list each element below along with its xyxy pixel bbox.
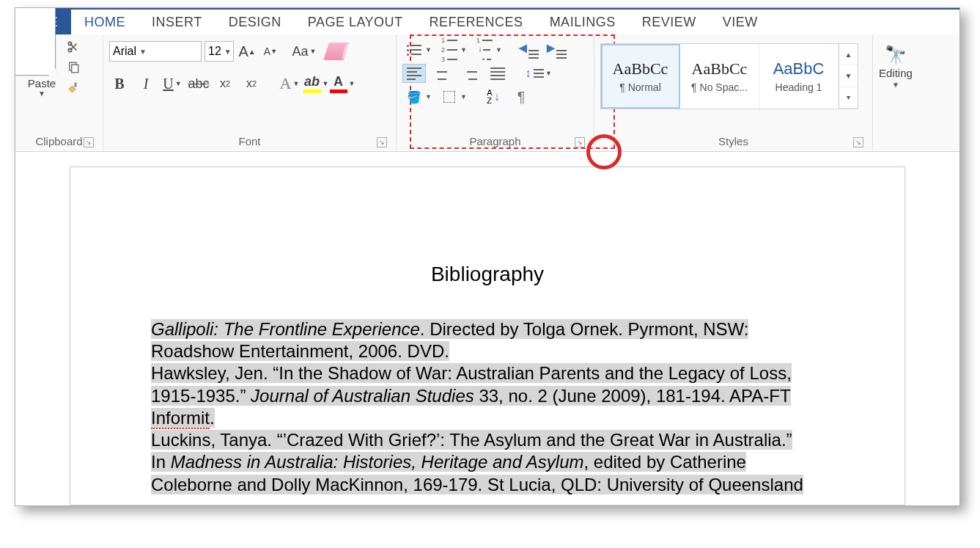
group-label-paragraph: Paragraph ↘ <box>402 132 588 150</box>
tab-insert[interactable]: INSERT <box>139 10 215 34</box>
text-effects-button[interactable]: A▼ <box>279 73 300 94</box>
tab-home[interactable]: HOME <box>71 10 139 34</box>
justify-button[interactable] <box>486 64 509 83</box>
bold-button[interactable]: B <box>109 73 130 94</box>
strikethrough-button[interactable]: abc <box>188 73 209 94</box>
style-item[interactable]: AaBbCc¶ Normal <box>601 44 680 109</box>
styles-launcher[interactable]: ↘ <box>853 137 863 147</box>
chevron-down-icon: ▼ <box>892 81 899 89</box>
align-left-button[interactable] <box>402 64 426 83</box>
sort-button[interactable]: AZ↓ <box>482 87 505 106</box>
group-clipboard: Paste ▼ Clipboard ↘ <box>15 34 103 151</box>
styles-scroll-button[interactable]: ▼ <box>839 65 858 87</box>
word-window: FILE HOME INSERT DESIGN PAGE LAYOUT REFE… <box>15 7 960 506</box>
style-item[interactable]: AaBbCc¶ No Spac... <box>680 44 759 109</box>
style-preview: AaBbCc <box>692 59 748 78</box>
style-item[interactable]: AaBbCHeading 1 <box>759 44 839 109</box>
underline-button[interactable]: U▼ <box>162 73 183 94</box>
outdent-icon: ◀ <box>519 41 539 59</box>
tab-review[interactable]: REVIEW <box>629 10 710 34</box>
style-name: Heading 1 <box>775 81 822 93</box>
grow-font-button[interactable]: A▲ <box>237 41 257 62</box>
multilevel-icon: 1 i • <box>476 37 493 63</box>
shading-button[interactable]: 🪣▼ <box>402 87 426 106</box>
text-run: Gallipoli: The Frontline Experience <box>151 319 420 339</box>
group-paragraph: ▼ 1 2 3 ▼ 1 i <box>397 34 594 151</box>
style-preview: AaBbC <box>773 59 825 78</box>
text-run: . <box>210 408 215 428</box>
bibliography-entry: Gallipoli: The Frontline Experience. Dir… <box>151 318 824 362</box>
styles-scroll-button[interactable]: ▲ <box>839 44 858 65</box>
align-right-button[interactable] <box>458 64 482 83</box>
highlight-color-button[interactable]: ab▼ <box>306 73 326 94</box>
italic-button[interactable]: I <box>136 73 156 94</box>
font-color-button[interactable]: A▼ <box>332 73 353 94</box>
text-run: Hawksley, Jen. “In the Shadow of War: Au… <box>151 363 792 383</box>
clipboard-launcher[interactable]: ↘ <box>84 137 94 147</box>
format-painter-button[interactable] <box>65 80 81 96</box>
bibliography-entry: Hawksley, Jen. “In the Shadow of War: Au… <box>151 362 824 429</box>
text-run: Coleborne and Dolly MacKinnon, 169-179. … <box>151 475 803 494</box>
font-size-dropdown[interactable]: 12▼ <box>205 41 234 62</box>
group-styles: AaBbCc¶ NormalAaBbCc¶ No Spac...AaBbCHea… <box>594 34 873 151</box>
ribbon: Paste ▼ Clipboard ↘ <box>15 34 959 152</box>
font-launcher[interactable]: ↘ <box>377 137 387 147</box>
borders-button[interactable]: ▼ <box>438 87 461 106</box>
bibliography-entries: Gallipoli: The Frontline Experience. Dir… <box>151 318 824 496</box>
style-name: ¶ Normal <box>619 81 661 93</box>
tab-view[interactable]: VIEW <box>710 10 771 34</box>
tab-design[interactable]: DESIGN <box>215 10 295 34</box>
numbering-button[interactable]: 1 2 3 ▼ <box>438 40 461 59</box>
sort-icon: AZ <box>487 89 492 105</box>
editing-label: Editing <box>879 67 913 79</box>
paste-button[interactable]: Paste ▼ <box>21 39 62 132</box>
paragraph-launcher[interactable]: ↘ <box>575 137 585 147</box>
show-hide-button[interactable]: ¶ <box>509 87 533 106</box>
copy-icon <box>67 61 80 74</box>
group-label-editing <box>879 132 933 150</box>
tab-page-layout[interactable]: PAGE LAYOUT <box>295 10 416 34</box>
tab-mailings[interactable]: MAILINGS <box>537 10 629 34</box>
decrease-indent-button[interactable]: ◀ <box>517 40 540 59</box>
pilcrow-icon: ¶ <box>517 89 526 106</box>
bibliography-entry: Luckins, Tanya. “’Crazed With Grief?’: T… <box>151 429 824 496</box>
text-run: . Directed by Tolga Ornek. Pyrmont, NSW: <box>420 319 749 339</box>
multilevel-list-button[interactable]: 1 i • ▼ <box>473 40 496 59</box>
text-run: Roadshow Entertainment, 2006. DVD. <box>151 341 449 361</box>
svg-rect-4 <box>75 83 77 87</box>
chevron-down-icon: ▼ <box>38 89 45 98</box>
paintbrush-icon <box>67 81 80 95</box>
font-color-icon: A <box>330 74 347 93</box>
line-spacing-button[interactable]: ↕ ▼ <box>523 64 546 83</box>
text-run: , edited by Catherine <box>583 452 745 472</box>
scissors-icon <box>67 40 80 54</box>
bullets-button[interactable]: ▼ <box>402 40 426 59</box>
change-case-button[interactable]: Aa▼ <box>294 41 314 62</box>
superscript-button[interactable]: x2 <box>241 73 262 94</box>
ribbon-tabs: FILE HOME INSERT DESIGN PAGE LAYOUT REFE… <box>15 8 959 34</box>
shrink-font-button[interactable]: A▼ <box>260 41 281 62</box>
group-label-clipboard: Clipboard ↘ <box>21 132 97 150</box>
tab-references[interactable]: REFERENCES <box>416 10 537 34</box>
line-spacing-icon: ↕ <box>526 67 531 80</box>
text-run: 1915-1935.” <box>151 386 251 406</box>
numbering-icon: 1 2 3 <box>441 37 457 63</box>
subscript-button[interactable]: x2 <box>215 73 235 94</box>
cut-button[interactable] <box>65 39 81 55</box>
eraser-icon <box>323 43 350 60</box>
style-preview: AaBbCc <box>613 59 668 78</box>
text-run: Luckins, Tanya. “’Crazed With Grief?’: T… <box>151 430 792 450</box>
font-name-dropdown[interactable]: Arial▼ <box>109 41 202 62</box>
clear-formatting-button[interactable] <box>326 41 347 62</box>
align-center-button[interactable] <box>430 64 454 83</box>
editing-button[interactable]: 🔭 Editing ▼ <box>879 39 913 132</box>
copy-button[interactable] <box>65 59 81 76</box>
document-area[interactable]: Bibliography Gallipoli: The Frontline Ex… <box>15 152 959 505</box>
text-run: Informit <box>151 408 210 429</box>
increase-indent-button[interactable]: ▶ <box>545 40 568 59</box>
group-font: Arial▼ 12▼ A▲ A▼ Aa▼ B I U▼ abc <box>103 34 397 151</box>
group-label-styles: Styles ↘ <box>600 132 866 150</box>
text-run: In <box>151 452 171 472</box>
styles-scroll-button[interactable]: ▾ <box>839 87 858 109</box>
text-run: Madness in Australia: Histories, Heritag… <box>171 452 584 472</box>
